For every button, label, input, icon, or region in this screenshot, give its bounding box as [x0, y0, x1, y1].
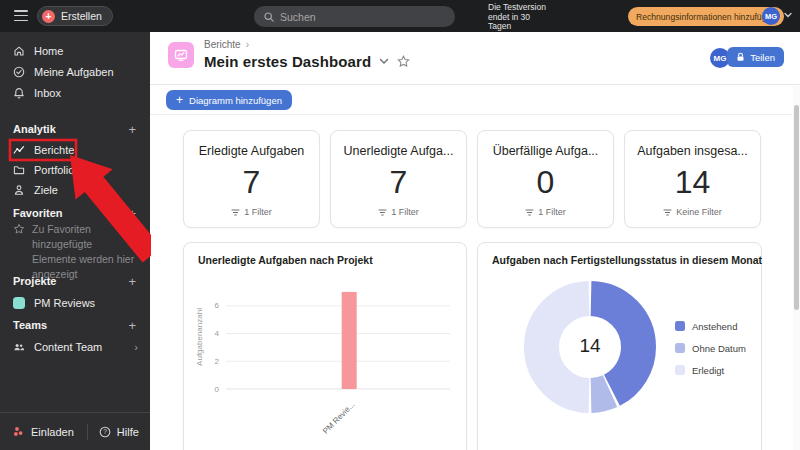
sidebar-item-berichte[interactable]: Berichte [0, 140, 150, 160]
add-icon[interactable]: + [128, 122, 136, 137]
add-chart-button[interactable]: + Diagramm hinzufügen [166, 90, 292, 110]
metric-title: Unerledigte Aufga... [344, 144, 454, 158]
line-chart-icon [13, 144, 25, 156]
metric-value: 14 [675, 158, 711, 207]
help-label: Hilfe [117, 426, 139, 438]
sidebar-item-label: Berichte [34, 144, 74, 156]
breadcrumb[interactable]: Berichte › [204, 39, 249, 50]
chart-title: Aufgaben nach Fertigstellungsstatus in d… [492, 254, 762, 266]
filter-label: 1 Filter [244, 207, 272, 217]
billing-info-button[interactable]: Rechnungsinformationen hinzufügen [628, 7, 784, 26]
donut-legend-swatch [675, 343, 685, 353]
legend-label: Anstehend [692, 321, 737, 332]
sidebar-item-label: Content Team [34, 341, 102, 353]
filter-icon [525, 208, 534, 217]
add-icon[interactable]: + [128, 206, 136, 221]
divider [87, 424, 88, 440]
hamburger-menu-icon[interactable] [14, 10, 28, 22]
filter-icon [378, 208, 387, 217]
help-icon: ? [99, 426, 111, 438]
sidebar-item-ziele[interactable]: Ziele [0, 180, 150, 200]
svg-text:4: 4 [215, 329, 220, 338]
topbar: + Erstellen Suchen Die Testversion endet… [0, 0, 800, 32]
sidebar-item-pm-reviews[interactable]: PM Reviews [0, 293, 150, 313]
folder-icon [13, 164, 25, 176]
page-header: Berichte › Mein erstes Dashboard MG Teil… [150, 32, 800, 85]
sidebar-item-home[interactable]: Home [0, 41, 150, 61]
bell-icon [13, 87, 25, 99]
sidebar-item-label: PM Reviews [34, 297, 95, 309]
chart-title: Unerledigte Aufgaben nach Projekt [198, 254, 373, 266]
metric-title: Überfällige Aufga... [493, 144, 599, 158]
metric-card-total[interactable]: Aufgaben insgesa... 14 Keine Filter [624, 130, 761, 228]
add-icon[interactable]: + [128, 274, 136, 289]
donut-chart-card[interactable]: Aufgaben nach Fertigstellungsstatus in d… [477, 242, 762, 450]
create-button-label: Erstellen [61, 10, 102, 22]
lock-icon [736, 52, 745, 62]
svg-text:6: 6 [215, 301, 220, 310]
search-placeholder: Suchen [280, 11, 316, 23]
sidebar-item-label: Portfolios [34, 164, 80, 176]
share-button-label: Teilen [750, 52, 775, 63]
metric-filter[interactable]: 1 Filter [378, 207, 419, 217]
metric-title: Erledigte Aufgaben [199, 144, 305, 158]
sidebar-item-label: Home [34, 45, 63, 57]
share-button[interactable]: Teilen [727, 47, 784, 67]
metric-filter[interactable]: Keine Filter [663, 207, 722, 217]
sidebar-item-my-tasks[interactable]: Meine Aufgaben [0, 62, 150, 82]
metric-filter[interactable]: 1 Filter [525, 207, 566, 217]
favorite-star-icon[interactable] [397, 55, 410, 68]
chevron-right-icon[interactable]: › [134, 341, 138, 353]
metric-value: 7 [243, 158, 261, 207]
sidebar-item-content-team[interactable]: Content Team › [0, 337, 150, 357]
section-label: Projekte [13, 275, 56, 287]
bar-chart-card[interactable]: Unerledigte Aufgaben nach Projekt 0246PM… [183, 242, 467, 450]
filter-icon [663, 208, 672, 217]
search-input[interactable]: Suchen [254, 6, 455, 27]
sidebar: Home Meine Aufgaben Inbox Analytik + Ber… [0, 32, 150, 450]
sidebar-section-favoriten: Favoriten + [0, 204, 150, 222]
trial-countdown-text: Die Testversion endet in 30 Tagen [488, 3, 554, 32]
invite-label: Einladen [31, 426, 74, 438]
breadcrumb-item[interactable]: Berichte [204, 39, 241, 50]
sidebar-section-projekte: Projekte + [0, 272, 150, 290]
svg-text:Aufgabenanzahl: Aufgabenanzahl [195, 308, 204, 366]
metric-card-overdue[interactable]: Überfällige Aufga... 0 1 Filter [477, 130, 614, 228]
sidebar-item-portfolios[interactable]: Portfolios [0, 160, 150, 180]
svg-text:PM Revie...: PM Revie... [321, 400, 357, 436]
home-icon [13, 45, 25, 57]
invite-dots-icon [13, 426, 25, 437]
legend-label: Erledigt [692, 365, 724, 376]
invite-button[interactable]: Einladen [13, 426, 74, 438]
metric-card-incomplete[interactable]: Unerledigte Aufga... 7 1 Filter [330, 130, 467, 228]
person-icon [13, 184, 25, 196]
main-content: Berichte › Mein erstes Dashboard MG Teil… [150, 32, 800, 450]
metric-card-completed[interactable]: Erledigte Aufgaben 7 1 Filter [183, 130, 320, 228]
create-button[interactable]: + Erstellen [37, 6, 113, 26]
user-avatar[interactable]: MG [762, 7, 780, 25]
donut-legend: Anstehend Ohne Datum Erledigt [675, 315, 746, 381]
scrollbar-thumb[interactable] [794, 105, 799, 310]
page-title: Mein erstes Dashboard [204, 53, 371, 70]
help-button[interactable]: ? Hilfe [99, 426, 139, 438]
add-icon[interactable]: + [128, 318, 136, 333]
legend-item: Anstehend [675, 315, 746, 337]
filter-label: 1 Filter [538, 207, 566, 217]
add-chart-label: Diagramm hinzufügen [189, 95, 282, 106]
section-label: Favoriten [13, 207, 63, 219]
app-root: + Erstellen Suchen Die Testversion endet… [0, 0, 800, 450]
chevron-down-icon[interactable] [784, 12, 792, 18]
title-dropdown-chevron-icon[interactable] [379, 58, 389, 65]
metric-value: 0 [537, 158, 555, 207]
metric-value: 7 [390, 158, 408, 207]
check-circle-icon [13, 66, 25, 78]
project-color-square [13, 297, 25, 309]
metric-filter[interactable]: 1 Filter [231, 207, 272, 217]
donut-total: 14 [560, 335, 620, 357]
dashboard-icon [168, 42, 194, 68]
plus-icon: + [42, 10, 55, 23]
sidebar-item-label: Inbox [34, 87, 61, 99]
sidebar-item-inbox[interactable]: Inbox [0, 83, 150, 103]
legend-label: Ohne Datum [692, 343, 746, 354]
search-icon [264, 12, 274, 22]
